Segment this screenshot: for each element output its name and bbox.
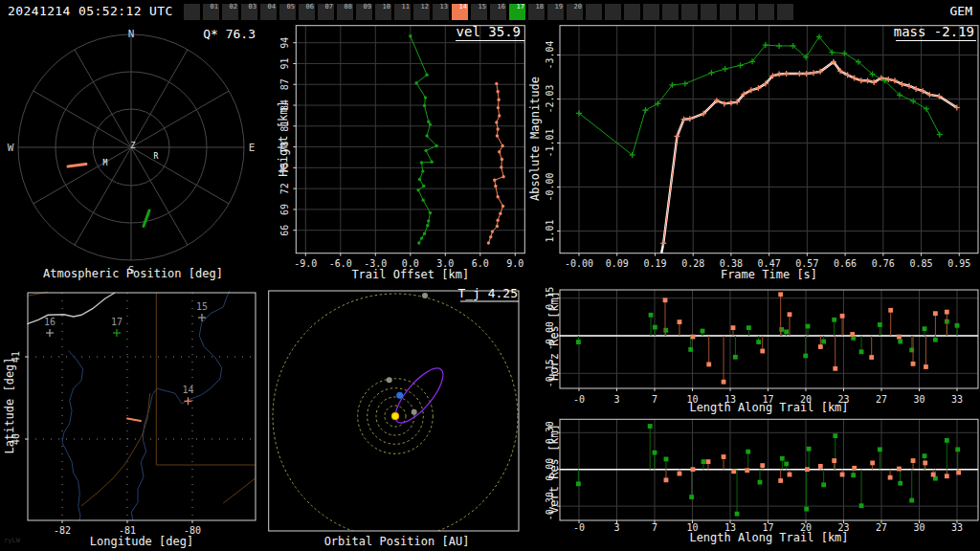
camera-box-02[interactable]: 02 xyxy=(222,4,238,20)
svg-text:0.19: 0.19 xyxy=(643,258,666,269)
camera-box-13[interactable]: 13 xyxy=(433,4,449,20)
camera-box-label: 18 xyxy=(536,3,544,11)
track-station-17 xyxy=(144,210,149,227)
camera-box-label: 07 xyxy=(325,3,333,11)
planet-dot xyxy=(387,377,392,383)
svg-text:T_j 4.25: T_j 4.25 xyxy=(457,286,518,300)
camera-box-label: 02 xyxy=(230,3,237,11)
svg-text:N: N xyxy=(128,28,135,40)
svg-text:15: 15 xyxy=(196,301,208,312)
camera-box[interactable] xyxy=(586,4,602,20)
svg-text:Frame Time [s]: Frame Time [s] xyxy=(721,268,817,281)
camera-box-label: 04 xyxy=(268,3,276,11)
camera-box-12[interactable]: 12 xyxy=(413,4,430,20)
camera-box[interactable] xyxy=(739,4,755,20)
camera-box-15[interactable]: 15 xyxy=(471,4,487,20)
trail-offset-panel: -9.0-6.0-3.00.03.06.09.09491878481787572… xyxy=(268,23,546,283)
camera-box-label: 01 xyxy=(211,3,218,11)
series-station-14 xyxy=(487,82,505,245)
utc-timestamp: 20241214 05:52:12 UTC xyxy=(8,4,173,18)
atmospheric-position-panel: NESWZMRQ* 76.3Atmospheric Position [deg] xyxy=(0,23,278,283)
camera-box-16[interactable]: 16 xyxy=(490,4,506,20)
camera-box-01[interactable]: 01 xyxy=(203,4,219,20)
camera-box-11[interactable]: 11 xyxy=(394,4,411,20)
camera-box[interactable] xyxy=(681,4,698,20)
camera-box-10[interactable]: 10 xyxy=(375,4,391,20)
camera-box-03[interactable]: 03 xyxy=(241,4,257,20)
earth-dot xyxy=(396,392,403,399)
camera-box[interactable] xyxy=(720,4,736,20)
svg-text:0.76: 0.76 xyxy=(872,258,895,269)
svg-text:-9.0: -9.0 xyxy=(294,258,317,269)
svg-text:14: 14 xyxy=(182,385,193,395)
svg-text:Length Along Trail [km]: Length Along Trail [km] xyxy=(689,401,848,414)
svg-text:0.95: 0.95 xyxy=(947,258,970,269)
map-grid xyxy=(25,293,256,523)
svg-text:Orbital Position [AU]: Orbital Position [AU] xyxy=(324,535,470,548)
camera-box[interactable] xyxy=(701,4,717,20)
camera-box-17[interactable]: 17 xyxy=(509,4,525,20)
horz-res-panel: -03710131720232730330.15-0.00-0.15Length… xyxy=(546,283,980,415)
svg-text:7: 7 xyxy=(652,522,657,533)
camera-box-09[interactable]: 09 xyxy=(356,4,372,20)
camera-box[interactable] xyxy=(184,4,200,20)
camera-box-05[interactable]: 05 xyxy=(279,4,296,20)
svg-text:-82: -82 xyxy=(54,525,71,536)
camera-box-label: 20 xyxy=(574,3,582,11)
svg-text:7: 7 xyxy=(652,394,657,405)
svg-text:33: 33 xyxy=(951,522,963,533)
camera-box-18[interactable]: 18 xyxy=(528,4,545,20)
svg-text:17: 17 xyxy=(111,317,122,327)
svg-text:30: 30 xyxy=(913,394,924,405)
camera-box[interactable] xyxy=(643,4,659,20)
camera-box[interactable] xyxy=(758,4,774,20)
svg-text:-0: -0 xyxy=(573,394,585,405)
svg-text:-3.04: -3.04 xyxy=(546,40,555,69)
camera-box-19[interactable]: 19 xyxy=(547,4,564,20)
svg-text:0.66: 0.66 xyxy=(834,258,857,269)
camera-box-label: 09 xyxy=(364,3,371,11)
camera-box[interactable] xyxy=(624,4,640,20)
track-station-14 xyxy=(68,165,86,167)
grid xyxy=(557,419,978,523)
orbital-position-panel: T_j 4.25Orbital Position [AU] xyxy=(266,283,544,551)
svg-text:1.01: 1.01 xyxy=(546,219,555,242)
camera-box-14[interactable]: 14 xyxy=(452,4,468,20)
svg-text:6.0: 6.0 xyxy=(472,258,489,269)
camera-box-label: 10 xyxy=(383,3,390,11)
svg-text:30: 30 xyxy=(913,522,924,533)
camera-box-07[interactable]: 07 xyxy=(318,4,334,20)
camera-box-08[interactable]: 08 xyxy=(337,4,353,20)
camera-box-label: 05 xyxy=(287,3,295,11)
map-features xyxy=(27,291,255,520)
svg-text:0.85: 0.85 xyxy=(910,258,933,269)
station-marker-16: 16 xyxy=(44,317,56,337)
orbit-plot xyxy=(273,293,518,539)
top-status-bar: 20241214 05:52:12 UTC 010203040506070809… xyxy=(0,0,980,23)
camera-box[interactable] xyxy=(777,4,793,20)
svg-text:vel 35.9: vel 35.9 xyxy=(457,24,521,39)
camera-box-label: 11 xyxy=(402,3,410,11)
svg-text:16: 16 xyxy=(44,317,56,327)
svg-text:27: 27 xyxy=(876,394,887,405)
camera-box-20[interactable]: 20 xyxy=(567,4,583,20)
svg-text:W: W xyxy=(8,142,14,154)
camera-box[interactable] xyxy=(662,4,679,20)
svg-text:Longitude [deg]: Longitude [deg] xyxy=(90,535,193,548)
camera-box[interactable] xyxy=(605,4,621,20)
ground-track-segment xyxy=(127,419,141,422)
ground-track-panel: -82-81-80414016171514Longitude [deg] xyxy=(0,283,268,551)
watermark: ryLW xyxy=(4,537,20,544)
grid xyxy=(557,290,978,391)
svg-text:33: 33 xyxy=(951,394,963,405)
station-marker-14: 14 xyxy=(182,385,193,405)
svg-text:R: R xyxy=(154,152,159,161)
camera-box-label: 14 xyxy=(459,3,467,11)
svg-text:mass -2.19: mass -2.19 xyxy=(894,24,974,39)
camera-box-06[interactable]: 06 xyxy=(299,4,315,20)
camera-box-04[interactable]: 04 xyxy=(260,4,277,20)
svg-text:Z: Z xyxy=(130,141,136,150)
svg-text:0.09: 0.09 xyxy=(606,258,629,269)
svg-text:0.28: 0.28 xyxy=(681,258,704,269)
light-curve-panel: -0.000.090.190.280.380.470.570.660.760.8… xyxy=(546,23,980,283)
